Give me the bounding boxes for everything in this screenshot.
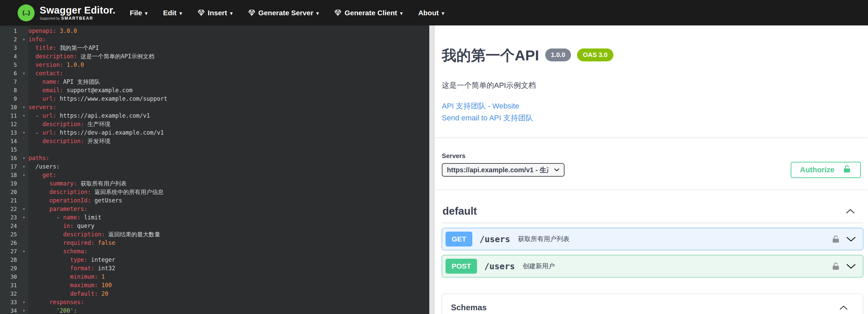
fold-arrow-icon[interactable] — [19, 196, 28, 205]
chevron-up-icon[interactable] — [839, 305, 848, 310]
line-number: 1 — [0, 27, 19, 35]
lock-icon[interactable] — [831, 235, 840, 243]
operation-path: /users — [479, 234, 510, 244]
code-text: /users: — [28, 162, 60, 171]
fold-arrow-icon[interactable] — [19, 188, 28, 196]
fold-arrow-icon[interactable] — [19, 27, 28, 35]
code-line: 29 format: int32 — [0, 264, 429, 273]
tag-header[interactable]: default — [442, 205, 863, 223]
line-number: 6 — [0, 69, 19, 78]
fold-arrow-icon[interactable]: ▾ — [19, 69, 28, 78]
schemas-section: Schemas — [442, 294, 863, 314]
code-text: format: int32 — [28, 264, 115, 273]
code-text: - name: limit — [28, 213, 101, 222]
menu-item[interactable]: Generate Client ▾ — [334, 9, 402, 17]
fold-arrow-icon[interactable] — [19, 290, 28, 298]
code-text: contact: — [28, 69, 63, 78]
line-number: 29 — [0, 264, 19, 273]
chevron-down-icon[interactable] — [846, 236, 856, 242]
fold-arrow-icon[interactable]: ▾ — [19, 35, 28, 44]
code-text: '200': — [28, 307, 77, 314]
smartbear-wordmark: SMARTBEAR — [61, 16, 94, 21]
fold-arrow-icon[interactable]: ▾ — [19, 112, 28, 120]
gem-icon — [334, 9, 341, 16]
fold-arrow-icon[interactable] — [19, 145, 28, 154]
menu-item[interactable]: About ▾ — [418, 9, 444, 17]
code-line: 13 ▾ - url: https://dev-api.example.com/… — [0, 129, 429, 137]
line-number: 28 — [0, 256, 19, 264]
fold-arrow-icon[interactable]: ▾ — [19, 171, 28, 179]
line-number: 17 — [0, 162, 19, 171]
fold-arrow-icon[interactable] — [19, 239, 28, 247]
api-description: 这是一个简单的API示例文档 — [442, 80, 863, 91]
menu-item[interactable]: Insert ▾ — [198, 9, 233, 17]
fold-arrow-icon[interactable] — [19, 137, 28, 145]
code-line: 10 ▾ servers: — [0, 103, 429, 112]
code-line: 16 ▾ paths: — [0, 154, 429, 162]
menu-item[interactable]: File ▾ — [130, 9, 147, 17]
chevron-up-icon[interactable] — [846, 209, 855, 214]
fold-arrow-icon[interactable] — [19, 264, 28, 273]
line-number: 4 — [0, 52, 19, 61]
fold-arrow-icon[interactable] — [19, 179, 28, 188]
operation-row[interactable]: GET /users 获取所有用户列表 — [442, 228, 863, 250]
method-badge[interactable]: GET — [446, 232, 472, 247]
code-text: required: false — [28, 239, 115, 247]
fold-arrow-icon[interactable] — [19, 78, 28, 86]
fold-arrow-icon[interactable]: ▾ — [19, 103, 28, 112]
pane-splitter[interactable] — [429, 25, 435, 314]
code-line: 19 summary: 获取所有用户列表 — [0, 179, 429, 188]
fold-arrow-icon[interactable]: ▾ — [19, 247, 28, 256]
code-editor[interactable]: 1 openapi: 3.0.0 2 ▾ info: 3 title: 我的第一… — [0, 25, 429, 314]
fold-arrow-icon[interactable] — [19, 95, 28, 103]
code-line: 4 description: 这是一个简单的API示例文档 — [0, 52, 429, 61]
line-number: 13 — [0, 129, 19, 137]
code-line: 6 ▾ contact: — [0, 69, 429, 78]
chevron-down-icon[interactable] — [846, 263, 856, 269]
code-text: openapi: 3.0.0 — [28, 27, 77, 35]
api-title: 我的第一个API — [442, 46, 539, 65]
code-text: maximum: 100 — [28, 281, 112, 290]
fold-arrow-icon[interactable] — [19, 61, 28, 69]
fold-arrow-icon[interactable] — [19, 222, 28, 230]
fold-arrow-icon[interactable] — [19, 281, 28, 290]
fold-arrow-icon[interactable]: ▾ — [19, 129, 28, 137]
code-line: 7 name: API 支持团队 — [0, 78, 429, 86]
code-text: name: API 支持团队 — [28, 78, 100, 86]
fold-arrow-icon[interactable] — [19, 86, 28, 95]
line-number: 16 — [0, 154, 19, 162]
menu-item[interactable]: Edit ▾ — [163, 9, 182, 17]
swagger-editor-logo[interactable]: {...} Swagger Editor. Supported bySMARTB… — [18, 4, 116, 21]
fold-arrow-icon[interactable]: ▾ — [19, 205, 28, 213]
schemas-header[interactable]: Schemas — [442, 294, 863, 314]
line-number: 3 — [0, 44, 19, 52]
fold-arrow-icon[interactable]: ▾ — [19, 162, 28, 171]
operation-summary: 创建新用户 — [523, 262, 555, 271]
fold-arrow-icon[interactable]: ▾ — [19, 307, 28, 314]
fold-arrow-icon[interactable] — [19, 44, 28, 52]
authorize-button[interactable]: Authorize — [791, 162, 861, 178]
fold-arrow-icon[interactable] — [19, 273, 28, 281]
lock-icon[interactable] — [831, 262, 840, 271]
fold-arrow-icon[interactable] — [19, 256, 28, 264]
fold-arrow-icon[interactable]: ▾ — [19, 154, 28, 162]
code-text: default: 20 — [28, 290, 108, 298]
method-badge[interactable]: POST — [446, 259, 477, 274]
fold-arrow-icon[interactable]: ▾ — [19, 298, 28, 307]
oas-version-badge: OAS 3.0 — [577, 48, 613, 61]
fold-arrow-icon[interactable]: ▾ — [19, 213, 28, 222]
contact-website-link[interactable]: API 支持团队 - Website — [442, 100, 519, 112]
servers-select[interactable]: https://api.example.com/v1 - 生产环境 — [442, 163, 565, 177]
code-text: parameters: — [28, 205, 87, 213]
fold-arrow-icon[interactable] — [19, 230, 28, 239]
unlock-icon — [843, 164, 851, 175]
authorize-label: Authorize — [800, 165, 834, 174]
contact-email-link[interactable]: Send email to API 支持团队 — [442, 112, 533, 124]
fold-arrow-icon[interactable] — [19, 120, 28, 129]
fold-arrow-icon[interactable] — [19, 52, 28, 61]
operation-row[interactable]: POST /users 创建新用户 — [442, 255, 863, 277]
code-line: 26 required: false — [0, 239, 429, 247]
api-preview: 我的第一个API 1.0.0 OAS 3.0 这是一个简单的API示例文档 AP… — [435, 25, 868, 314]
code-line: 1 openapi: 3.0.0 — [0, 27, 429, 35]
menu-item[interactable]: Generate Server ▾ — [248, 9, 319, 17]
